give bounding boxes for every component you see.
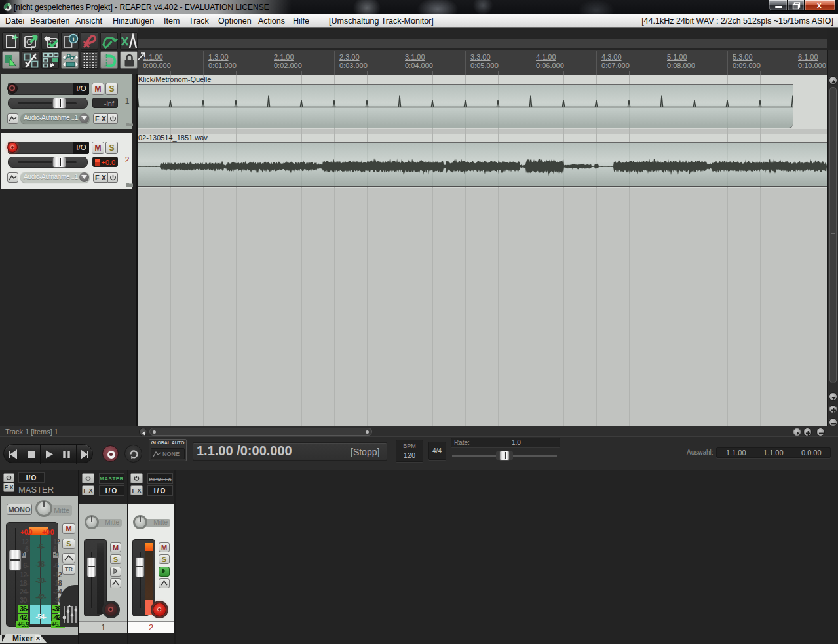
svg-text:i: i <box>72 35 74 43</box>
